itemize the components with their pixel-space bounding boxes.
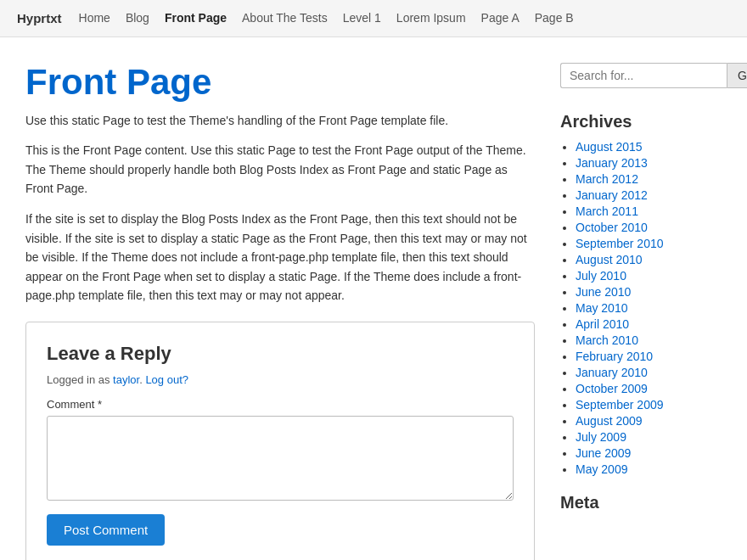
post-comment-button[interactable]: Post Comment (47, 514, 165, 546)
archive-link[interactable]: June 2009 (576, 446, 631, 460)
comment-heading: Leave a Reply (47, 343, 514, 365)
archive-item: January 2013 (576, 156, 730, 170)
nav-item-front-page[interactable]: Front Page (165, 11, 227, 25)
archive-link[interactable]: March 2012 (576, 172, 638, 186)
page-body-2: If the site is set to display the Blog P… (25, 210, 535, 305)
archive-list: August 2015January 2013March 2012January… (560, 140, 730, 476)
archive-link[interactable]: April 2010 (576, 317, 629, 331)
archive-item: September 2010 (576, 237, 730, 250)
nav-item-blog[interactable]: Blog (126, 11, 149, 25)
archive-item: August 2009 (576, 414, 730, 428)
archive-item: March 2012 (576, 172, 730, 186)
archive-link[interactable]: January 2012 (576, 188, 648, 202)
archive-item: October 2009 (576, 382, 730, 395)
site-title: Hyprtxt (17, 11, 62, 25)
page-title: Front Page (25, 63, 535, 102)
archives-title: Archives (560, 112, 730, 132)
site-nav: Hyprtxt HomeBlogFront PageAbout The Test… (0, 0, 747, 37)
search-button[interactable]: Go! (727, 63, 747, 88)
archive-link[interactable]: June 2010 (576, 285, 631, 299)
sidebar: Go! Archives August 2015January 2013Marc… (560, 63, 730, 560)
comment-section: Leave a Reply Logged in as taylor. Log o… (25, 322, 535, 560)
nav-item-page-a[interactable]: Page A (481, 11, 520, 25)
archive-link[interactable]: January 2010 (576, 366, 648, 379)
archive-item: May 2009 (576, 462, 730, 476)
archive-link[interactable]: January 2013 (576, 156, 648, 170)
archive-item: June 2009 (576, 446, 730, 460)
meta-title: Meta (560, 493, 730, 512)
nav-item-lorem-ipsum[interactable]: Lorem Ipsum (396, 11, 466, 25)
nav-item-home[interactable]: Home (79, 11, 110, 25)
archive-item: October 2010 (576, 221, 730, 234)
page-wrapper: Front Page Use this static Page to test … (0, 37, 747, 560)
archive-item: March 2011 (576, 204, 730, 218)
archive-link[interactable]: February 2010 (576, 350, 653, 363)
archive-link[interactable]: August 2009 (576, 414, 643, 428)
archive-item: March 2010 (576, 333, 730, 347)
archive-item: January 2012 (576, 188, 730, 202)
search-input[interactable] (560, 63, 727, 88)
archive-link[interactable]: August 2010 (576, 253, 643, 266)
page-body-1: This is the Front Page content. Use this… (25, 141, 535, 198)
logged-in-label: Logged in as (47, 373, 113, 386)
user-link[interactable]: taylor (113, 373, 139, 386)
comment-textarea[interactable] (47, 416, 514, 501)
archive-item: August 2015 (576, 140, 730, 154)
archive-item: May 2010 (576, 301, 730, 315)
nav-links: HomeBlogFront PageAbout The TestsLevel 1… (79, 11, 574, 25)
archive-link[interactable]: March 2010 (576, 333, 638, 347)
nav-item-level-1[interactable]: Level 1 (343, 11, 381, 25)
logged-in-as: Logged in as taylor. Log out? (47, 373, 514, 386)
archive-item: June 2010 (576, 285, 730, 299)
main-content: Front Page Use this static Page to test … (25, 63, 535, 560)
search-area: Go! (560, 63, 730, 88)
archive-link[interactable]: July 2009 (576, 430, 626, 444)
archive-item: April 2010 (576, 317, 730, 331)
archive-item: January 2010 (576, 366, 730, 379)
archive-item: July 2010 (576, 269, 730, 283)
archive-link[interactable]: October 2009 (576, 382, 648, 395)
archive-link[interactable]: May 2010 (576, 301, 627, 315)
archive-link[interactable]: October 2010 (576, 221, 648, 234)
archive-item: September 2009 (576, 398, 730, 412)
nav-item-about-the-tests[interactable]: About The Tests (242, 11, 328, 25)
nav-item-page-b[interactable]: Page B (535, 11, 574, 25)
archive-item: February 2010 (576, 350, 730, 363)
archive-link[interactable]: September 2009 (576, 398, 664, 412)
archive-link[interactable]: August 2015 (576, 140, 643, 154)
comment-label: Comment * (47, 398, 514, 411)
archive-link[interactable]: July 2010 (576, 269, 626, 283)
archive-link[interactable]: May 2009 (576, 462, 627, 476)
page-subtitle: Use this static Page to test the Theme's… (25, 114, 535, 127)
archive-item: August 2010 (576, 253, 730, 266)
archive-link[interactable]: March 2011 (576, 204, 638, 218)
logout-link[interactable]: Log out? (145, 373, 188, 386)
archive-item: July 2009 (576, 430, 730, 444)
archive-link[interactable]: September 2010 (576, 237, 664, 250)
